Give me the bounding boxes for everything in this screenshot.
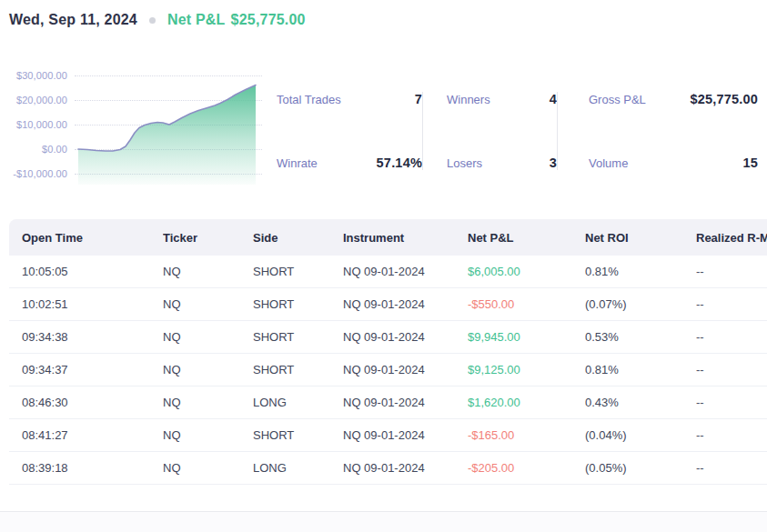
stat-value: 3 — [550, 156, 557, 170]
net-roi-cell: 0.43% — [585, 396, 696, 409]
column-header-net-roi[interactable]: Net ROI — [585, 231, 696, 245]
realized-r-cell: -- — [696, 297, 767, 311]
open-time-cell: 10:05:05 — [22, 265, 163, 278]
stat-gross-pnl: Gross P&L $25,775.00 — [589, 92, 758, 106]
date-title: Wed, Sep 11, 2024 — [9, 12, 137, 28]
stat-total-trades: Total Trades 7 — [277, 92, 422, 106]
net-pnl-cell: $6,005.00 — [468, 265, 585, 278]
trade-row[interactable]: 09:34:37 NQ SHORT NQ 09-01-2024 $9,125.0… — [9, 354, 767, 386]
net-pnl-cell: -$165.00 — [468, 428, 585, 442]
realized-r-cell: -- — [696, 265, 767, 278]
stat-losers: Losers 3 — [447, 156, 557, 170]
column-header-side[interactable]: Side — [253, 231, 343, 245]
instrument-cell: NQ 09-01-2024 — [343, 265, 468, 278]
instrument-cell: NQ 09-01-2024 — [343, 396, 468, 409]
side-cell: LONG — [253, 461, 343, 475]
dot-separator-icon — [149, 17, 156, 24]
stat-value: 4 — [550, 92, 557, 106]
instrument-cell: NQ 09-01-2024 — [343, 363, 468, 376]
realized-r-cell: -- — [696, 428, 767, 442]
net-pnl-cell: $9,945.00 — [468, 330, 585, 344]
instrument-cell: NQ 09-01-2024 — [343, 461, 468, 475]
stat-label: Losers — [447, 156, 482, 170]
day-stats: Total Trades 7 Winrate 57.14% Winners 4 … — [277, 70, 767, 185]
trades-table-header: Open Time Ticker Side Instrument Net P&L… — [9, 219, 767, 256]
instrument-cell: NQ 09-01-2024 — [343, 428, 468, 442]
ticker-cell: NQ — [163, 363, 253, 376]
instrument-cell: NQ 09-01-2024 — [343, 297, 468, 311]
realized-r-cell: -- — [696, 461, 767, 475]
side-cell: SHORT — [253, 363, 343, 376]
pnl-area-chart: $30,000.00 $20,000.00 $10,000.00 $0.00 -… — [9, 70, 264, 185]
stat-col-trades: Total Trades 7 Winrate 57.14% — [277, 92, 422, 170]
side-cell: SHORT — [253, 265, 343, 278]
net-roi-cell: 0.53% — [585, 330, 696, 344]
stat-value: 7 — [415, 92, 422, 106]
stat-label: Total Trades — [277, 93, 341, 106]
y-tick-label: $10,000.00 — [9, 119, 67, 130]
daily-trades-page: Wed, Sep 11, 2024 Net P&L $25,775.00 $30… — [0, 0, 767, 532]
column-header-instrument[interactable]: Instrument — [343, 231, 468, 245]
stat-col-winners-losers: Winners 4 Losers 3 — [422, 92, 557, 170]
ticker-cell: NQ — [163, 265, 253, 278]
net-roi-cell: (0.05%) — [585, 461, 696, 475]
realized-r-cell: -- — [696, 396, 767, 409]
trade-row[interactable]: 08:39:18 NQ LONG NQ 09-01-2024 -$205.00 … — [9, 452, 767, 485]
net-roi-cell: (0.04%) — [585, 428, 696, 442]
net-roi-cell: 0.81% — [585, 363, 696, 376]
open-time-cell: 09:34:38 — [22, 330, 163, 344]
ticker-cell: NQ — [163, 396, 253, 409]
column-header-realized-r[interactable]: Realized R-M — [696, 231, 767, 245]
trade-row[interactable]: 08:41:27 NQ SHORT NQ 09-01-2024 -$165.00… — [9, 419, 767, 452]
ticker-cell: NQ — [163, 330, 253, 344]
net-roi-cell: (0.07%) — [585, 297, 696, 311]
open-time-cell: 08:46:30 — [22, 396, 163, 409]
trade-row[interactable]: 08:46:30 NQ LONG NQ 09-01-2024 $1,620.00… — [9, 386, 767, 419]
stat-value: $25,775.00 — [690, 92, 758, 106]
net-pnl-cell: -$550.00 — [468, 297, 585, 311]
net-pnl-cell: -$205.00 — [468, 461, 585, 475]
y-tick-label: -$10,000.00 — [9, 168, 67, 179]
stat-label: Winrate — [277, 156, 318, 170]
next-section-divider — [0, 511, 767, 532]
net-pnl-summary: Net P&L $25,775.00 — [167, 12, 306, 28]
stat-label: Gross P&L — [589, 93, 646, 106]
ticker-cell: NQ — [163, 428, 253, 442]
stat-winrate: Winrate 57.14% — [277, 156, 422, 170]
stat-col-gross-volume: Gross P&L $25,775.00 Volume 15 — [557, 92, 767, 170]
net-pnl-label: Net P&L — [167, 12, 226, 28]
instrument-cell: NQ 09-01-2024 — [343, 330, 468, 344]
net-pnl-cell: $9,125.00 — [468, 363, 585, 376]
column-header-open-time[interactable]: Open Time — [22, 231, 163, 245]
y-tick-label: $30,000.00 — [9, 70, 67, 81]
open-time-cell: 09:34:37 — [22, 363, 163, 376]
open-time-cell: 08:39:18 — [22, 461, 163, 475]
trade-row[interactable]: 10:05:05 NQ SHORT NQ 09-01-2024 $6,005.0… — [9, 256, 767, 288]
day-summary: $30,000.00 $20,000.00 $10,000.00 $0.00 -… — [9, 70, 767, 185]
y-tick-label: $20,000.00 — [9, 95, 67, 105]
stat-value: 15 — [742, 156, 758, 170]
trade-row[interactable]: 10:02:51 NQ SHORT NQ 09-01-2024 -$550.00… — [9, 288, 767, 321]
day-header: Wed, Sep 11, 2024 Net P&L $25,775.00 — [0, 0, 767, 28]
side-cell: LONG — [253, 396, 343, 409]
open-time-cell: 08:41:27 — [22, 428, 163, 442]
realized-r-cell: -- — [696, 363, 767, 376]
side-cell: SHORT — [253, 330, 343, 344]
column-header-ticker[interactable]: Ticker — [163, 231, 253, 245]
stat-value: 57.14% — [377, 156, 422, 170]
net-pnl-cell: $1,620.00 — [468, 396, 585, 409]
trade-row[interactable]: 09:34:38 NQ SHORT NQ 09-01-2024 $9,945.0… — [9, 321, 767, 354]
ticker-cell: NQ — [163, 461, 253, 475]
pnl-curve-icon — [75, 70, 262, 185]
net-pnl-value: $25,775.00 — [231, 12, 306, 28]
stat-label: Winners — [447, 93, 490, 106]
trades-table: Open Time Ticker Side Instrument Net P&L… — [9, 219, 767, 485]
ticker-cell: NQ — [163, 297, 253, 311]
stat-label: Volume — [589, 156, 628, 170]
realized-r-cell: -- — [696, 330, 767, 344]
net-roi-cell: 0.81% — [585, 265, 696, 278]
stat-winners: Winners 4 — [447, 92, 557, 106]
side-cell: SHORT — [253, 428, 343, 442]
column-header-net-pnl[interactable]: Net P&L — [468, 231, 585, 245]
open-time-cell: 10:02:51 — [22, 297, 163, 311]
